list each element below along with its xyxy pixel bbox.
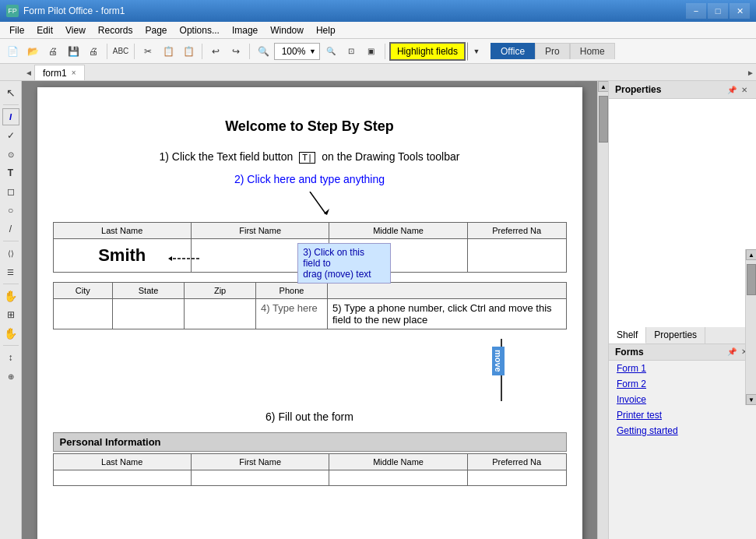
check-tool[interactable]: ✓ <box>2 127 19 144</box>
fit-page-button[interactable]: ⊡ <box>342 42 360 61</box>
pi-preferred: Preferred Na <box>467 454 566 470</box>
pi-preferred-cell[interactable] <box>467 470 566 486</box>
line-tool[interactable]: / <box>2 220 19 238</box>
copy-button[interactable]: 📋 <box>159 42 178 61</box>
panel-scroll-track[interactable] <box>746 260 756 394</box>
state-cell[interactable] <box>113 299 185 329</box>
menu-window[interactable]: Window <box>264 23 310 37</box>
tab-nav-right[interactable]: ► <box>745 65 756 80</box>
text-tool[interactable]: T <box>2 164 19 181</box>
scroll-track[interactable] <box>598 92 608 539</box>
lt-sep-1 <box>3 104 19 105</box>
view-button[interactable]: ▣ <box>362 42 381 61</box>
form-item-4[interactable]: Printer test <box>609 407 756 423</box>
form-item-2[interactable]: Form 2 <box>609 376 756 392</box>
pan-tool[interactable]: ✋ <box>2 325 19 342</box>
name-table: Last Name First Name Middle Name Preferr… <box>53 222 567 273</box>
form-item-3[interactable]: Invoice <box>609 392 756 407</box>
tab-pro[interactable]: Pro <box>535 43 570 59</box>
properties-pin-button[interactable]: 📌 <box>726 84 737 95</box>
menu-edit[interactable]: Edit <box>30 23 59 37</box>
select-tool[interactable]: ↖ <box>2 84 19 101</box>
menu-help[interactable]: Help <box>310 23 342 37</box>
grid-tool[interactable]: ⊞ <box>2 306 19 323</box>
document-area: Welcome to Step By Step 1) Click the Tex… <box>22 81 608 539</box>
left-toolbar: ↖ I ✓ ⊙ T ◻ ○ / ⟨⟩ ☰ ✋ ⊞ ✋ ↕ ⊕ <box>0 81 22 539</box>
undo-button[interactable]: ↩ <box>206 42 225 61</box>
highlight-fields-button[interactable]: Highlight fields <box>389 42 466 61</box>
menu-options[interactable]: Options... <box>174 23 226 37</box>
pi-last-cell[interactable] <box>53 470 191 486</box>
tab-nav-left[interactable]: ◄ <box>23 65 34 80</box>
scroll-thumb[interactable] <box>599 96 608 143</box>
menu-records[interactable]: Records <box>92 23 139 37</box>
cut-button[interactable]: ✂ <box>139 42 157 61</box>
city-cell[interactable] <box>53 299 113 329</box>
move-section: move <box>53 339 567 401</box>
title-bar: FP Form Pilot Office - form1 − □ ✕ <box>0 0 756 22</box>
panel-scroll-thumb[interactable] <box>747 264 756 295</box>
menu-page[interactable]: Page <box>139 23 174 37</box>
phone-cell[interactable]: 4) Type here <box>256 299 328 329</box>
type-here-text[interactable]: 4) Type here <box>261 302 318 314</box>
panel-scrollbar[interactable]: ▲ ▼ <box>745 249 756 405</box>
zoom-out-button[interactable]: 🔍 <box>254 42 273 61</box>
doc-tab-close[interactable]: × <box>72 69 76 77</box>
document-tab[interactable]: form1 × <box>34 65 85 80</box>
close-button[interactable]: ✕ <box>730 3 750 19</box>
print-button[interactable]: 🖨 <box>84 42 103 61</box>
scroll-up-button[interactable]: ▲ <box>598 81 608 92</box>
scan-button[interactable]: 🖨 <box>44 42 62 61</box>
panel-scroll-up[interactable]: ▲ <box>746 249 756 260</box>
step6-text: 6) Fill out the form <box>53 410 567 423</box>
tab-office[interactable]: Office <box>491 43 535 59</box>
first-name-cell[interactable]: 3) Click on thisfield todrag (move) text <box>191 239 329 273</box>
menu-image[interactable]: Image <box>226 23 264 37</box>
step2-text[interactable]: 2) Click here and type anything <box>53 173 567 185</box>
zoom-dropdown-icon[interactable]: ▼ <box>309 48 316 55</box>
forms-pin-button[interactable]: 📌 <box>726 347 737 358</box>
menu-view[interactable]: View <box>59 23 92 37</box>
vertical-scrollbar[interactable]: ▲ ▼ <box>597 81 608 539</box>
paste-button[interactable]: 📋 <box>179 42 198 61</box>
redo-button[interactable]: ↪ <box>227 42 245 61</box>
separator-2 <box>134 44 135 59</box>
highlight-dropdown[interactable]: ▼ <box>467 42 486 61</box>
tab-home[interactable]: Home <box>570 43 615 59</box>
pi-middle-cell[interactable] <box>329 470 467 486</box>
last-name-header: Last Name <box>53 223 191 239</box>
phone-header: Phone <box>256 283 328 299</box>
step5-cell[interactable]: 5) Type a phone number, click Ctrl and m… <box>327 299 566 329</box>
form-item-5[interactable]: Getting started <box>609 423 756 439</box>
step5-header <box>327 283 566 299</box>
radio-tool[interactable]: ⊙ <box>2 146 19 163</box>
maximize-button[interactable]: □ <box>708 3 728 19</box>
rect-tool[interactable]: ◻ <box>2 183 19 200</box>
cursor-tool[interactable]: ⟨⟩ <box>2 245 19 262</box>
properties-tab[interactable]: Properties <box>646 327 705 343</box>
pi-first-cell[interactable] <box>191 470 329 486</box>
text-select-tool[interactable]: I <box>2 108 19 125</box>
doc-scroll-area[interactable]: Welcome to Step By Step 1) Click the Tex… <box>22 81 608 539</box>
spell-check-button[interactable]: ABC <box>111 42 130 61</box>
ellipse-tool[interactable]: ○ <box>2 202 19 219</box>
form-item-1[interactable]: Form 1 <box>609 361 756 376</box>
zoom-control[interactable]: 100% ▼ <box>274 43 320 60</box>
zoom-tool[interactable]: ⊕ <box>2 368 19 385</box>
open-button[interactable]: 📂 <box>23 42 42 61</box>
zip-cell[interactable] <box>185 299 256 329</box>
zoom-in-button[interactable]: 🔍 <box>322 42 340 61</box>
list-tool[interactable]: ☰ <box>2 263 19 280</box>
doc-tab-label: form1 <box>43 68 67 79</box>
hand-tool[interactable]: ✋ <box>2 287 19 305</box>
zoom-input[interactable]: 100% <box>278 46 309 57</box>
shelf-tab[interactable]: Shelf <box>609 327 646 343</box>
preferred-name-cell[interactable] <box>467 239 566 273</box>
save-button[interactable]: 💾 <box>64 42 83 61</box>
minimize-button[interactable]: − <box>686 3 706 19</box>
new-button[interactable]: 📄 <box>3 42 22 61</box>
menu-file[interactable]: File <box>3 23 30 37</box>
panel-scroll-down[interactable]: ▼ <box>746 394 756 405</box>
resize-tool[interactable]: ↕ <box>2 349 19 366</box>
properties-close-button[interactable]: ✕ <box>739 84 750 95</box>
